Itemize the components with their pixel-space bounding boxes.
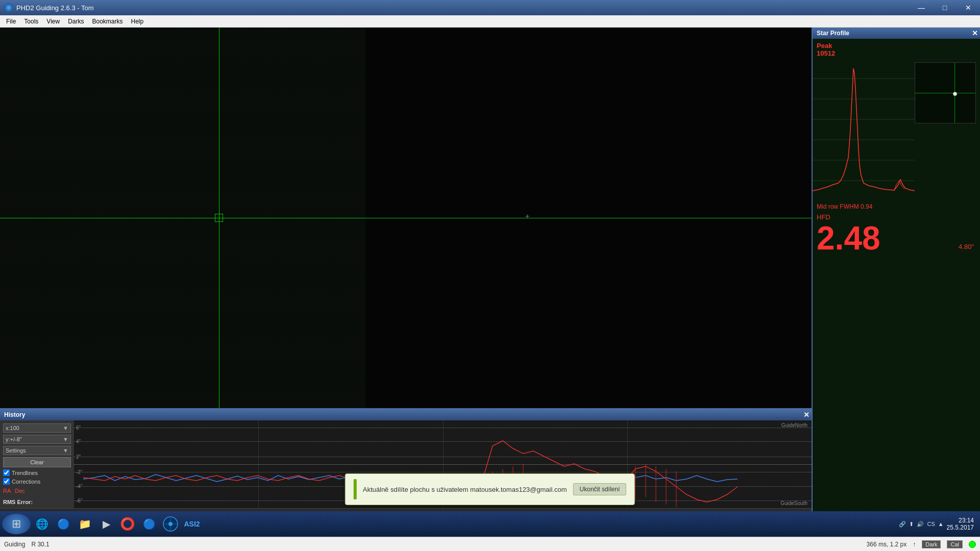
dropdown-arrow: ▼: [63, 425, 68, 431]
star-glow: [953, 92, 957, 96]
star-hfd-value: 2.48: [813, 222, 980, 255]
taskbar-right: 🔗 ⬆ 🔊 CS ▲ 23:14 25.5.2017: [899, 517, 978, 531]
toast-icon: [354, 479, 357, 499]
status-connected-dot: [969, 541, 976, 548]
thumb-crosshair-h: [915, 93, 975, 93]
star-profile-title: Star Profile: [817, 30, 849, 37]
taskbar-media-icon[interactable]: ▶: [96, 514, 116, 534]
taskbar-network-icon: 🔗: [899, 521, 906, 528]
status-guiding: Guiding: [4, 541, 25, 548]
ra-dec-labels: RA Dec: [3, 488, 71, 494]
titlebar: PHD2 Guiding 2.6.3 - Tom — □ ✕: [0, 0, 980, 15]
dropdown-arrow-y: ▼: [63, 436, 68, 442]
status-dark: Dark: [922, 540, 941, 548]
taskbar-ie-icon[interactable]: 🌐: [32, 514, 52, 534]
menu-bookmarks[interactable]: Bookmarks: [88, 17, 127, 26]
status-timing: 366 ms, 1.2 px: [867, 541, 907, 548]
menu-view[interactable]: View: [42, 17, 64, 26]
crosshair-horizontal: [0, 218, 812, 218]
maximize-button[interactable]: □: [933, 0, 957, 15]
peak-label: Peak: [817, 42, 832, 49]
taskbar-lang: CS: [927, 521, 935, 527]
status-cal: Cal: [947, 540, 963, 548]
crosshair-box: [215, 214, 223, 222]
menu-help[interactable]: Help: [127, 17, 148, 26]
star-profile-panel: Star Profile ✕ Peak 10512: [812, 28, 980, 551]
close-button[interactable]: ✕: [957, 0, 980, 15]
taskbar-phd2-icon[interactable]: [160, 514, 181, 534]
profile-svg: [813, 58, 915, 201]
statusbar: Guiding R 30.1 366 ms, 1.2 px ↑ Dark Cal: [0, 537, 980, 551]
taskbar-asi-icon[interactable]: ASI2: [182, 514, 202, 534]
star-profile-chart: [813, 58, 980, 201]
ra-label: RA: [3, 488, 11, 494]
x-scale-dropdown[interactable]: x:100 ▼: [3, 423, 71, 433]
star-peak-section: Peak 10512: [813, 39, 980, 58]
taskbar: ⊞ 🌐 🔵 📁 ▶ ⭕ 🔵 ASI2 🔗 ⬆ 🔊 CS ▲ 23:14 25.5…: [0, 511, 980, 537]
window-controls: — □ ✕: [910, 0, 980, 15]
history-titlebar: History ✕: [0, 409, 812, 420]
main-content: ⁺ History ✕ x:100 ▼ y:+/-8" ▼: [0, 28, 980, 551]
star-profile-body: Peak 10512: [813, 39, 980, 551]
y-scale-dropdown[interactable]: y:+/-8" ▼: [3, 435, 71, 444]
menu-file[interactable]: File: [2, 17, 20, 26]
cursor-indicator: ⁺: [525, 212, 530, 224]
dec-label: Dec: [15, 488, 25, 494]
svg-rect-1: [813, 58, 915, 201]
star-hfd-arcsec: 4.80": [959, 243, 974, 251]
peak-value: 10512: [817, 49, 835, 57]
star-profile-titlebar: Star Profile ✕: [813, 28, 980, 39]
star-thumbnail: [915, 62, 976, 123]
settings-arrow: ▼: [63, 447, 68, 454]
menu-tools[interactable]: Tools: [20, 17, 42, 26]
taskbar-chrome-icon[interactable]: 🔵: [139, 514, 159, 534]
settings-dropdown[interactable]: Settings ▼: [3, 446, 71, 455]
toast-dismiss-button[interactable]: Ukončit sdílení: [573, 483, 627, 495]
star-fwhm: Mid row FWHM 0.94: [813, 201, 980, 212]
taskbar-browser-icon[interactable]: 🔵: [53, 514, 74, 534]
rms-title: RMS Error:: [3, 498, 71, 507]
menu-darks[interactable]: Darks: [64, 17, 88, 26]
app-title: PHD2 Guiding 2.6.3 - Tom: [16, 4, 94, 12]
history-controls: x:100 ▼ y:+/-8" ▼ Settings ▼ Clear Tren: [0, 420, 74, 508]
trendlines-row: Trendlines: [3, 469, 71, 476]
history-title: History: [4, 411, 25, 418]
minimize-button[interactable]: —: [910, 0, 933, 15]
status-up-icon: ↑: [913, 541, 916, 548]
clear-button[interactable]: Clear: [3, 457, 71, 467]
taskbar-volume-icon: 🔊: [917, 521, 924, 528]
toast-notification: Aktuálně sdílíte plochu s uživatelem mat…: [345, 473, 635, 505]
taskbar-clock: 23:14 25.5.2017: [947, 517, 974, 531]
taskbar-opera-icon[interactable]: ⭕: [117, 514, 138, 534]
taskbar-up-arrow: ▲: [938, 521, 944, 527]
start-button[interactable]: ⊞: [2, 514, 31, 534]
status-r-value: R 30.1: [31, 541, 49, 548]
app-icon: [4, 3, 13, 12]
star-profile-close[interactable]: ✕: [972, 29, 978, 37]
hfd-value-container: 2.48 4.80": [813, 222, 980, 255]
phd2-taskbar-icon: [162, 516, 179, 532]
camera-view: ⁺: [0, 28, 812, 408]
toast-message: Aktuálně sdílíte plochu s uživatelem mat…: [363, 486, 567, 493]
menubar: File Tools View Darks Bookmarks Help: [0, 15, 980, 28]
left-panel: ⁺ History ✕ x:100 ▼ y:+/-8" ▼: [0, 28, 812, 551]
taskbar-update-icon: ⬆: [909, 521, 914, 528]
corrections-checkbox[interactable]: [3, 478, 10, 485]
taskbar-files-icon[interactable]: 📁: [75, 514, 95, 534]
trendlines-checkbox[interactable]: [3, 469, 10, 476]
history-close-button[interactable]: ✕: [803, 411, 810, 419]
corrections-row: Corrections: [3, 478, 71, 485]
status-right: 366 ms, 1.2 px ↑ Dark Cal: [867, 540, 976, 548]
